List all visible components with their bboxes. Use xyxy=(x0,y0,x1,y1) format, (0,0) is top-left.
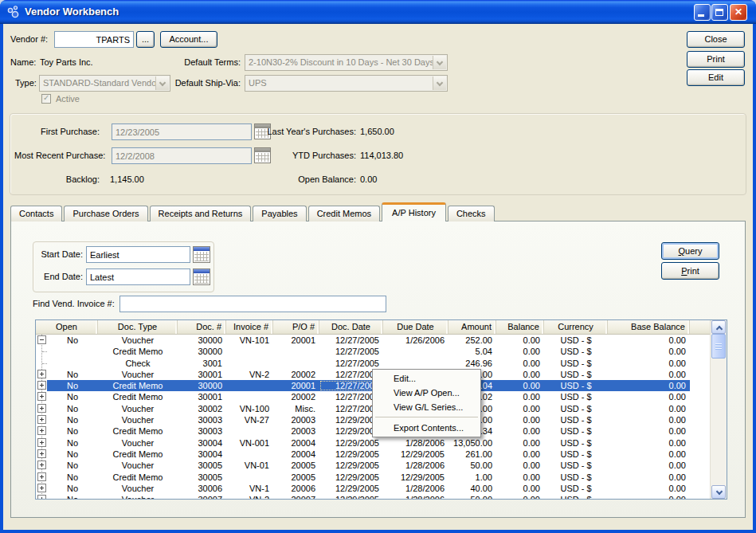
menu-item-view-g-l-series[interactable]: View G/L Series... xyxy=(373,400,480,414)
column-header-doc-type[interactable]: Doc. Type xyxy=(98,320,178,334)
grid-cell-amount: 50.00 xyxy=(449,494,496,499)
check-icon: ✓ xyxy=(43,93,49,102)
expand-icon[interactable] xyxy=(37,426,46,435)
tree-cell xyxy=(36,437,47,449)
grid-cell-doc-type: Credit Memo xyxy=(98,391,178,402)
column-header-due-date[interactable]: Due Date xyxy=(383,320,449,334)
expand-icon[interactable] xyxy=(37,495,46,499)
menu-item-view-a-p-open[interactable]: View A/P Open... xyxy=(373,386,480,400)
vendor-browse-button[interactable]: ... xyxy=(136,31,155,48)
menu-item-edit[interactable]: Edit... xyxy=(373,371,480,386)
grid-cell-doc-date: 12/27/2005 xyxy=(319,346,383,357)
minimize-button-icon[interactable] xyxy=(694,4,711,21)
grid-row[interactable]: NoCredit Memo300052000512/29/200512/29/2… xyxy=(36,472,710,483)
grid-cell-doc-date: 12/29/2005 xyxy=(319,437,383,449)
column-header-balance[interactable]: Balance xyxy=(496,320,544,334)
grid-row[interactable]: NoVoucher30004VN-0012000412/29/20051/28/… xyxy=(36,437,710,449)
expand-icon[interactable] xyxy=(37,370,46,378)
grid-cell-po-num: 20005 xyxy=(273,472,319,483)
column-header-open[interactable]: Open xyxy=(36,320,98,334)
grid-print-button[interactable]: Print xyxy=(661,262,719,280)
menu-item-export-contents[interactable]: Export Contents... xyxy=(373,421,480,435)
grid-cell-currency: USD - $ xyxy=(544,472,608,483)
column-header-currency[interactable]: Currency xyxy=(544,320,608,334)
column-header-doc-date[interactable]: Doc. Date xyxy=(319,320,383,334)
query-button[interactable]: Query xyxy=(661,242,719,260)
tree-cell xyxy=(36,346,47,357)
grid-cell-currency: USD - $ xyxy=(544,380,608,391)
edit-button[interactable]: Edit xyxy=(687,69,745,86)
tab-payables[interactable]: Payables xyxy=(253,206,306,221)
tree-cell xyxy=(36,460,47,471)
tab-purchase-orders[interactable]: Purchase Orders xyxy=(64,206,147,221)
vertical-scrollbar[interactable] xyxy=(710,320,727,499)
account-button[interactable]: Account... xyxy=(160,31,217,48)
column-header-invoice[interactable]: Invoice # xyxy=(226,320,273,334)
grid-row[interactable]: NoVoucher30000VN-1012000112/27/20051/26/… xyxy=(36,335,710,346)
column-header-doc[interactable]: Doc. # xyxy=(178,320,226,334)
tree-cell xyxy=(36,414,47,425)
expand-icon[interactable] xyxy=(37,381,46,390)
end-date-label: End Date: xyxy=(35,268,83,285)
grid-row[interactable]: NoVoucher30006VN-12000612/29/20051/28/20… xyxy=(36,483,710,494)
grid-cell-doc-type: Voucher xyxy=(98,414,178,425)
maximize-button-icon[interactable] xyxy=(711,4,728,21)
menu-separator xyxy=(375,417,478,417)
tab-receipts-and-returns[interactable]: Receipts and Returns xyxy=(150,206,252,221)
grid-cell-base-balance: 0.00 xyxy=(608,380,690,391)
expand-icon[interactable] xyxy=(37,415,46,424)
find-invoice-input[interactable] xyxy=(119,296,386,312)
tab-credit-memos[interactable]: Credit Memos xyxy=(308,206,380,221)
grid-cell-balance: 0.00 xyxy=(496,483,544,494)
start-date-calendar-icon[interactable] xyxy=(193,246,210,263)
grid-row[interactable]: NoVoucher30007VN-22000712/29/20051/28/20… xyxy=(36,494,710,499)
expand-icon[interactable] xyxy=(37,484,46,492)
scroll-down-button[interactable] xyxy=(711,485,726,499)
column-header-amount[interactable]: Amount xyxy=(449,320,496,334)
grid-cell-doc-num: 30006 xyxy=(178,483,226,494)
grid-cell-po-num xyxy=(273,358,319,369)
end-date-calendar-icon[interactable] xyxy=(193,268,210,285)
grid-cell-amount: 40.00 xyxy=(449,483,496,494)
scrollbar-thumb[interactable] xyxy=(711,334,726,359)
grid-cell-amount: 50.00 xyxy=(449,460,496,471)
expand-icon[interactable] xyxy=(37,404,46,413)
expand-icon[interactable] xyxy=(37,472,46,481)
grid-cell-invoice-num: VN-1 xyxy=(226,483,273,494)
start-date-input[interactable] xyxy=(86,246,190,263)
expand-icon[interactable] xyxy=(37,460,46,469)
tab-checks[interactable]: Checks xyxy=(448,206,495,221)
close-button-icon[interactable]: ✕ xyxy=(730,4,747,21)
scroll-up-button[interactable] xyxy=(711,320,726,334)
expand-icon[interactable] xyxy=(37,392,46,401)
column-header-p-o[interactable]: P/O # xyxy=(273,320,319,334)
grid-cell-base-balance: 0.00 xyxy=(608,494,690,499)
collapse-icon[interactable] xyxy=(37,335,46,344)
vendor-number-input[interactable] xyxy=(54,31,134,48)
print-button[interactable]: Print xyxy=(687,51,745,68)
tab-contacts[interactable]: Contacts xyxy=(10,206,62,221)
grid-cell-due-date: 12/29/2005 xyxy=(383,472,449,483)
grid-row[interactable]: NoVoucher30005VN-012000512/29/20051/28/2… xyxy=(36,460,710,471)
tab-a-p-history[interactable]: A/P History xyxy=(382,202,446,221)
grid-row[interactable]: Check300112/27/2005246.960.00USD - $0.00 xyxy=(36,358,710,369)
grid-cell-due-date: 1/26/2006 xyxy=(383,335,449,346)
grid-row[interactable]: Credit Memo3000012/27/20055.040.00USD - … xyxy=(36,346,710,357)
grid-cell-open xyxy=(47,346,98,357)
close-button[interactable]: Close xyxy=(687,31,745,48)
grid-cell-invoice-num: VN-100 xyxy=(226,403,273,414)
tree-cell xyxy=(36,369,47,380)
grid-cell-doc-num: 30001 xyxy=(178,369,226,380)
expand-icon[interactable] xyxy=(37,438,46,447)
grid-cell-balance: 0.00 xyxy=(496,346,544,357)
app-icon[interactable] xyxy=(6,5,21,19)
end-date-input[interactable] xyxy=(86,268,190,285)
column-header-base-balance[interactable]: Base Balance xyxy=(608,320,690,334)
grid-row[interactable]: NoCredit Memo300042000412/29/200512/29/2… xyxy=(36,449,710,460)
grid-cell-currency: USD - $ xyxy=(544,346,608,357)
grid-cell-open: No xyxy=(47,391,98,402)
expand-icon[interactable] xyxy=(37,449,46,458)
grid-cell-doc-type: Credit Memo xyxy=(98,449,178,460)
grid-cell-base-balance: 0.00 xyxy=(608,460,690,471)
grid-cell-currency: USD - $ xyxy=(544,460,608,471)
